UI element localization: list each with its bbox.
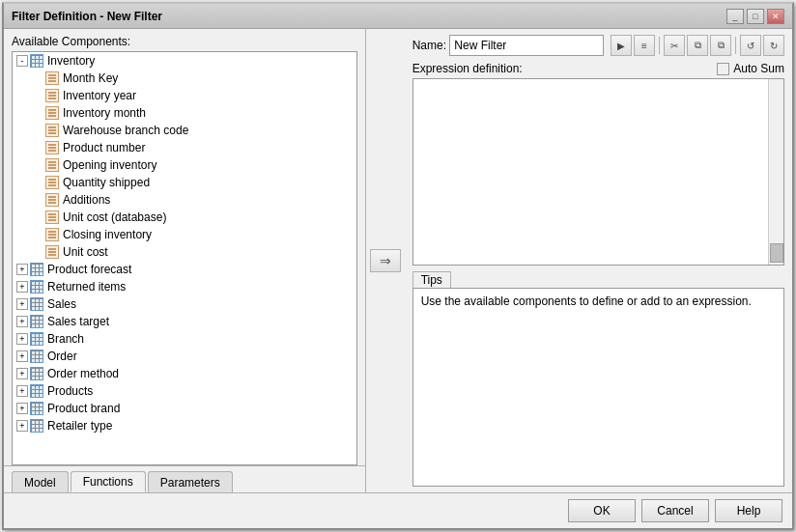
tree-label-additions: Additions: [63, 191, 110, 209]
tree-label-unit-cost-db: Unit cost (database): [63, 209, 166, 226]
tree-item-additions[interactable]: Additions: [13, 191, 356, 209]
expand-btn-retailer-type[interactable]: +: [16, 420, 28, 432]
copy-btn[interactable]: ⧉: [687, 35, 708, 56]
tree-item-opening-inventory[interactable]: Opening inventory: [13, 156, 356, 174]
tab-parameters[interactable]: Parameters: [148, 471, 233, 492]
tree-item-inventory-month[interactable]: Inventory month: [13, 104, 356, 122]
tree-item-order-method[interactable]: +Order method: [13, 365, 356, 382]
field-icon: [45, 89, 59, 102]
field-icon: [45, 158, 59, 172]
tree-item-month-key[interactable]: Month Key: [13, 70, 356, 87]
tips-tab: Tips: [412, 271, 451, 288]
tree-item-product-number[interactable]: Product number: [13, 139, 356, 156]
list-btn[interactable]: ≡: [634, 35, 655, 56]
tree-label-products: Products: [47, 382, 93, 400]
tree-label-opening-inventory: Opening inventory: [63, 156, 156, 174]
expr-scrollbar[interactable]: [768, 79, 783, 265]
expand-btn-returned-items[interactable]: +: [16, 281, 28, 293]
tree-item-returned-items[interactable]: +Returned items: [13, 278, 356, 295]
expand-btn-product-forecast[interactable]: +: [16, 264, 28, 275]
tree-item-branch[interactable]: +Branch: [13, 330, 356, 348]
tab-strip: ModelFunctionsParameters: [4, 465, 365, 492]
expand-btn-order[interactable]: +: [16, 350, 28, 362]
tree-item-quantity-shipped[interactable]: Quantity shipped: [13, 174, 356, 191]
tree-label-quantity-shipped: Quantity shipped: [63, 174, 150, 191]
grid-icon: [30, 350, 43, 363]
tree-label-closing-inventory: Closing inventory: [63, 226, 152, 243]
expand-btn-branch[interactable]: +: [16, 333, 28, 345]
tree-item-closing-inventory[interactable]: Closing inventory: [13, 226, 356, 243]
expression-box[interactable]: [412, 78, 784, 266]
tree-item-sales[interactable]: +Sales: [13, 295, 356, 313]
tree-label-inventory: Inventory: [47, 52, 95, 70]
expand-btn-product-brand[interactable]: +: [16, 403, 28, 414]
expand-btn-inventory[interactable]: -: [16, 55, 28, 67]
tree-item-products[interactable]: +Products: [13, 382, 356, 400]
close-btn[interactable]: ✕: [767, 9, 784, 24]
grid-icon: [30, 402, 43, 415]
tree-item-warehouse-branch[interactable]: Warehouse branch code: [13, 122, 356, 139]
tree-item-product-forecast[interactable]: +Product forecast: [13, 261, 356, 278]
tree-item-unit-cost-db[interactable]: Unit cost (database): [13, 209, 356, 226]
tree-label-inventory-year: Inventory year: [63, 87, 136, 104]
expr-header: Expression definition: Auto Sum: [412, 62, 784, 75]
expand-btn-products[interactable]: +: [16, 385, 28, 397]
expr-scrollbar-thumb[interactable]: [770, 243, 783, 263]
tree-label-warehouse-branch: Warehouse branch code: [63, 122, 188, 139]
undo-btn[interactable]: ↺: [740, 35, 761, 56]
auto-sum-row: Auto Sum: [717, 62, 784, 75]
main-window: Filter Definition - New Filter _ □ ✕ Ava…: [2, 2, 794, 530]
field-icon: [45, 124, 59, 137]
tips-area: Use the available components to define o…: [412, 288, 784, 487]
expr-label: Expression definition:: [412, 62, 523, 75]
right-panel: Name: ▶ ≡ ✂ ⧉ ⧉ ↺ ↻ Expression: [405, 29, 792, 492]
expand-btn-sales-target[interactable]: +: [16, 316, 28, 327]
content-area: Available Components: -InventoryMonth Ke…: [4, 29, 792, 492]
grid-icon: [30, 280, 43, 294]
redo-btn[interactable]: ↻: [763, 35, 784, 56]
tree-item-sales-target[interactable]: +Sales target: [13, 313, 356, 330]
minimize-btn[interactable]: _: [726, 9, 744, 24]
grid-icon: [30, 367, 43, 380]
ok-button[interactable]: OK: [568, 499, 636, 522]
run-btn[interactable]: ▶: [611, 35, 632, 56]
bottom-bar: OK Cancel Help: [4, 492, 792, 528]
field-icon: [45, 141, 59, 154]
help-button[interactable]: Help: [715, 499, 782, 522]
tree-container[interactable]: -InventoryMonth KeyInventory yearInvento…: [12, 51, 357, 465]
tree-item-retailer-type[interactable]: +Retailer type: [13, 417, 356, 434]
cancel-button[interactable]: Cancel: [641, 499, 709, 522]
auto-sum-label: Auto Sum: [733, 62, 784, 75]
tree-label-month-key: Month Key: [63, 70, 118, 87]
tab-functions[interactable]: Functions: [71, 471, 146, 492]
grid-icon: [30, 384, 43, 398]
expand-btn-order-method[interactable]: +: [16, 368, 28, 379]
tree-item-product-brand[interactable]: +Product brand: [13, 400, 356, 417]
title-buttons: _ □ ✕: [726, 9, 784, 24]
tree-label-unit-cost: Unit cost: [63, 243, 108, 261]
name-input[interactable]: [449, 35, 604, 56]
field-icon: [45, 176, 59, 189]
expand-btn-sales[interactable]: +: [16, 298, 28, 310]
name-toolbar-row: Name: ▶ ≡ ✂ ⧉ ⧉ ↺ ↻: [412, 35, 784, 56]
tree-item-inventory-year[interactable]: Inventory year: [13, 87, 356, 104]
cut-btn[interactable]: ✂: [664, 35, 685, 56]
tips-tab-label: Tips: [412, 271, 784, 288]
grid-icon: [30, 263, 43, 276]
grid-icon: [30, 419, 43, 433]
insert-arrow-btn[interactable]: ⇒: [370, 249, 401, 272]
tab-model[interactable]: Model: [12, 471, 69, 492]
grid-icon: [30, 332, 43, 346]
grid-icon: [30, 297, 43, 311]
tree-item-order[interactable]: +Order: [13, 348, 356, 365]
tree-label-product-forecast: Product forecast: [47, 261, 131, 278]
maximize-btn[interactable]: □: [747, 9, 764, 24]
tree-label-sales: Sales: [47, 295, 76, 313]
tree-item-inventory[interactable]: -Inventory: [13, 52, 356, 70]
tree-label-inventory-month: Inventory month: [63, 104, 146, 122]
auto-sum-checkbox[interactable]: [717, 63, 729, 75]
grid-icon: [30, 315, 43, 328]
paste-btn[interactable]: ⧉: [710, 35, 731, 56]
tree-item-unit-cost[interactable]: Unit cost: [13, 243, 356, 261]
tree-label-product-number: Product number: [63, 139, 145, 156]
